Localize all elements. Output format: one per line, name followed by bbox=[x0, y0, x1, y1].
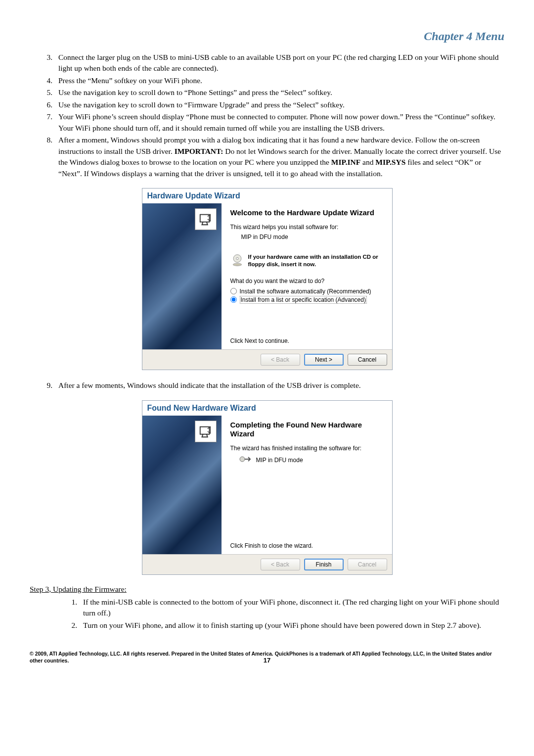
dialog-title: Found New Hardware Wizard bbox=[142, 401, 392, 416]
svg-rect-4 bbox=[200, 426, 209, 434]
wizard-sidebar-image bbox=[142, 203, 222, 349]
wizard-heading: Welcome to the Hardware Update Wizard bbox=[230, 208, 383, 218]
wizard-text: The wizard has finished installing the s… bbox=[230, 445, 383, 452]
wizard-sidebar-image bbox=[142, 416, 222, 554]
svg-point-2 bbox=[236, 257, 238, 259]
list-item: Connect the larger plug on the USB to mi… bbox=[54, 52, 504, 74]
radio-install-auto[interactable]: Install the software automatically (Reco… bbox=[230, 288, 383, 295]
wizard-device-icon bbox=[195, 208, 217, 230]
back-button: < Back bbox=[261, 559, 300, 570]
radio-input[interactable] bbox=[230, 288, 237, 294]
step-3-heading: Step 3, Updating the Firmware: bbox=[30, 585, 504, 594]
filename: MIP.SYS bbox=[375, 158, 405, 166]
svg-point-5 bbox=[240, 457, 245, 462]
list-item: If the mini-USB cable is connected to th… bbox=[79, 597, 504, 619]
next-button[interactable]: Next > bbox=[304, 354, 344, 366]
wizard-heading: Completing the Found New Hardware Wizard bbox=[230, 421, 383, 439]
list-item: Use the navigation key to scroll down to… bbox=[54, 87, 504, 98]
important-label: IMPORTANT: bbox=[175, 147, 223, 155]
cancel-button[interactable]: Cancel bbox=[348, 354, 387, 366]
chapter-title: Chapter 4 Menu bbox=[30, 30, 504, 43]
radio-label: Install the software automatically (Reco… bbox=[240, 288, 371, 295]
back-button: < Back bbox=[261, 354, 300, 366]
finish-button[interactable]: Finish bbox=[304, 559, 344, 570]
cd-icon bbox=[230, 253, 244, 269]
wizard-text: This wizard helps you install software f… bbox=[230, 224, 383, 231]
copyright-text: © 2009, ATI Applied Technology, LLC. All… bbox=[30, 651, 492, 663]
svg-rect-0 bbox=[200, 215, 209, 222]
hardware-update-wizard-dialog: Hardware Update Wizard Welcome to the Ha… bbox=[142, 188, 393, 370]
list-item: Your WiFi phone’s screen should display … bbox=[54, 111, 504, 134]
wizard-device-name: MIP in DFU mode bbox=[256, 457, 303, 464]
page-number: 17 bbox=[264, 657, 270, 665]
cancel-button: Cancel bbox=[348, 559, 387, 570]
text: and bbox=[360, 158, 375, 166]
filename: MIP.INF bbox=[331, 158, 360, 166]
wizard-text: What do you want the wizard to do? bbox=[230, 278, 383, 284]
page-footer: © 2009, ATI Applied Technology, LLC. All… bbox=[30, 651, 504, 664]
radio-input[interactable] bbox=[230, 296, 237, 303]
svg-point-3 bbox=[233, 263, 242, 266]
wizard-text: Click Next to continue. bbox=[230, 332, 383, 344]
found-new-hardware-wizard-dialog: Found New Hardware Wizard Completing the… bbox=[142, 400, 393, 575]
list-item: After a moment, Windows should prompt yo… bbox=[54, 135, 504, 179]
wizard-text: Click Finish to close the wizard. bbox=[230, 537, 383, 549]
wizard-device-icon bbox=[195, 421, 217, 442]
list-item: After a few moments, Windows should indi… bbox=[54, 380, 504, 391]
instruction-list-first: Connect the larger plug on the USB to mi… bbox=[40, 52, 504, 179]
step-3-list: If the mini-USB cable is connected to th… bbox=[64, 597, 504, 631]
radio-install-from-list[interactable]: Install from a list or specific location… bbox=[230, 296, 383, 304]
list-item: Use the navigation key to scroll down to… bbox=[54, 99, 504, 110]
wizard-device-name: MIP in DFU mode bbox=[241, 234, 383, 240]
list-item: Press the “Menu” softkey on your WiFi ph… bbox=[54, 75, 504, 86]
list-item: Turn on your WiFi phone, and allow it to… bbox=[79, 620, 504, 631]
instruction-list-continued: After a few moments, Windows should indi… bbox=[40, 380, 504, 391]
radio-label: Install from a list or specific location… bbox=[240, 296, 367, 304]
cd-instruction-text: If your hardware came with an installati… bbox=[248, 253, 383, 268]
dialog-title: Hardware Update Wizard bbox=[142, 189, 392, 203]
device-icon bbox=[239, 455, 252, 465]
